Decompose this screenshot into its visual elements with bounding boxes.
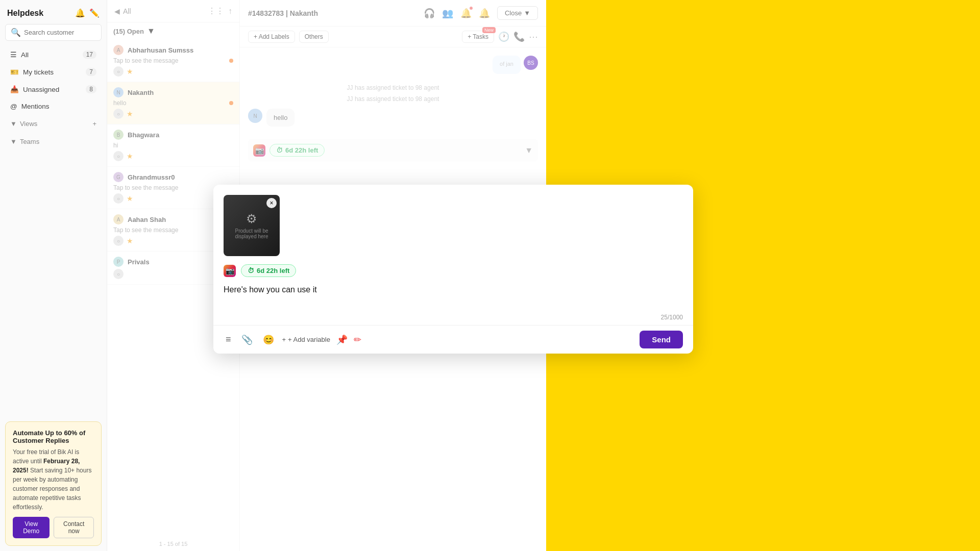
system-message-1: JJ has assigned ticket to 98 agent <box>248 84 538 91</box>
assigned-avatar: ○ <box>113 151 124 161</box>
view-demo-button[interactable]: View Demo <box>13 517 50 538</box>
teams-label: Teams <box>20 138 39 145</box>
assigned-avatar: ○ <box>113 193 124 204</box>
open-status-label: (15) Open <box>113 28 144 35</box>
timer-text: 6d 22h left <box>285 146 318 154</box>
contact-now-button[interactable]: Contact now <box>54 517 94 538</box>
modal-top: × ⚙ Product will be displayed here <box>213 185 693 264</box>
back-all[interactable]: ◀ All <box>114 7 131 15</box>
notification-icon[interactable]: 🔔 <box>75 8 85 18</box>
mention-icon: @ <box>10 103 17 110</box>
avatar: G <box>113 172 124 182</box>
team-icon[interactable]: 👥 <box>442 8 453 19</box>
notification-dot <box>469 6 473 10</box>
phone-icon[interactable]: 📞 <box>513 31 525 42</box>
product-placeholder-icon: ⚙ <box>246 212 257 226</box>
promo-title: Automate Up to 60% of Customer Replies <box>13 429 94 444</box>
mytickets-count: 7 <box>86 68 96 76</box>
ticket-item[interactable]: B Bhagwara hi ○ ★ <box>107 124 239 167</box>
sidebar-item-all[interactable]: ☰ All 17 <box>3 46 104 63</box>
star-icon: ★ <box>127 194 133 203</box>
sidebar-section-teams[interactable]: ▼ Teams <box>3 134 104 149</box>
assigned-avatar: ○ <box>113 109 124 119</box>
ticket-name: Bhagwara <box>128 131 159 139</box>
views-label: Views <box>20 120 37 128</box>
ticket-item-active[interactable]: N Nakanth hello ○ ★ <box>107 82 239 124</box>
expand-icon[interactable]: ▼ <box>525 146 533 155</box>
add-variable-button[interactable]: + + Add variable <box>282 336 330 343</box>
message-bubble-right: of jan <box>493 56 521 74</box>
assigned-avatar: ○ <box>113 236 124 246</box>
sidebar-item-mytickets[interactable]: 🎫 My tickets 7 <box>3 64 104 80</box>
ticket-name: Ghrandmussr0 <box>128 173 175 181</box>
chevron-down-icon: ▼ <box>147 27 155 36</box>
promo-text: Your free trial of Bik AI is active unti… <box>13 447 94 512</box>
attach-icon[interactable]: 📎 <box>239 332 255 347</box>
avatar: BS <box>524 56 538 70</box>
filter-icon[interactable]: ⋮⋮ <box>208 6 224 16</box>
assigned-avatar: ○ <box>113 269 124 279</box>
others-button[interactable]: Others <box>299 31 329 43</box>
message-text: hello <box>274 114 287 121</box>
sidebar-section-views[interactable]: ▼ Views + <box>3 116 104 132</box>
system-message-2: JJ has assigned ticket to 98 agent <box>248 95 538 103</box>
ticket-preview: hello <box>113 99 233 107</box>
edit-slash-icon[interactable]: ✏ <box>354 334 361 345</box>
ticket-name: Nakanth <box>128 89 154 96</box>
message-bubble-left: hello <box>266 109 295 127</box>
status-filter[interactable]: (15) Open ▼ <box>107 22 239 40</box>
product-preview: × ⚙ Product will be displayed here <box>224 195 280 256</box>
ticket-preview: hi <box>113 142 233 149</box>
search-input[interactable] <box>24 29 96 36</box>
ticket-count: 1 - 15 of 15 <box>107 537 239 551</box>
timer-label: 6d 22h left <box>257 267 289 274</box>
ticket-name: Abharhusan Sumsss <box>128 46 193 54</box>
sidebar-header: Helpdesk 🔔 ✏️ <box>0 0 107 22</box>
compose-icon[interactable]: ✏️ <box>89 8 100 18</box>
message-content: Here's how you can use it <box>224 285 317 294</box>
all-label: All <box>123 7 131 15</box>
close-button[interactable]: Close ▼ <box>497 6 538 20</box>
star-icon: ★ <box>127 67 133 76</box>
timer-icon: ⏱ <box>276 146 283 154</box>
avatar: N <box>113 87 124 97</box>
app-title: Helpdesk <box>7 9 43 18</box>
sidebar-item-unassigned[interactable]: 📥 Unassigned 8 <box>3 81 104 97</box>
pin-icon[interactable]: 📌 <box>336 334 348 345</box>
sidebar-header-icons: 🔔 ✏️ <box>75 8 100 18</box>
avatar: N <box>248 109 262 123</box>
product-preview-close-button[interactable]: × <box>266 198 277 208</box>
notification-bell-icon[interactable]: 🔔 <box>460 8 472 19</box>
message-text-area[interactable]: Here's how you can use it <box>213 283 693 314</box>
sidebar-item-label: Mentions <box>21 103 50 110</box>
send-button[interactable]: Send <box>640 331 683 348</box>
search-icon: 🔍 <box>11 28 21 37</box>
assigned-avatar: ○ <box>113 66 124 77</box>
headset-icon[interactable]: 🎧 <box>424 8 435 19</box>
clock-icon[interactable]: 🕐 <box>498 31 509 42</box>
sidebar-item-mentions[interactable]: @ Mentions <box>3 98 104 114</box>
main-header-bar: #14832783 | Nakanth 🎧 👥 🔔 🔔 Close ▼ <box>240 0 546 27</box>
star-icon: ★ <box>127 110 133 118</box>
header-icon-group: 🎧 👥 🔔 🔔 Close ▼ <box>424 6 538 20</box>
unread-dot <box>229 59 233 63</box>
all-icon: ☰ <box>10 51 17 59</box>
star-icon: ★ <box>127 237 133 245</box>
alarm-icon[interactable]: 🔔 <box>479 8 490 19</box>
modal-toolbar: ≡ 📎 😊 + + Add variable 📌 ✏ Send <box>213 325 693 354</box>
list-icon[interactable]: ≡ <box>224 332 233 347</box>
add-labels-button[interactable]: + Add Labels <box>248 31 295 43</box>
tasks-button[interactable]: + Tasks New <box>462 31 494 43</box>
chevron-down-icon: ▼ <box>524 9 530 17</box>
sidebar-item-label: All <box>21 51 29 59</box>
more-icon[interactable]: ⋯ <box>529 31 538 42</box>
search-box[interactable]: 🔍 <box>5 24 102 41</box>
unread-dot <box>229 101 233 105</box>
instagram-icon-small: 📷 <box>253 144 265 157</box>
add-view-icon[interactable]: + <box>92 120 96 128</box>
ticket-item[interactable]: A Abharhusan Sumsss Tap to see the messa… <box>107 40 239 82</box>
ticket-preview: Tap to see the message <box>113 57 233 64</box>
sort-icon[interactable]: ↑ <box>228 7 232 16</box>
emoji-icon[interactable]: 😊 <box>261 332 276 347</box>
ticket-id-header: #14832783 | Nakanth <box>248 9 318 17</box>
